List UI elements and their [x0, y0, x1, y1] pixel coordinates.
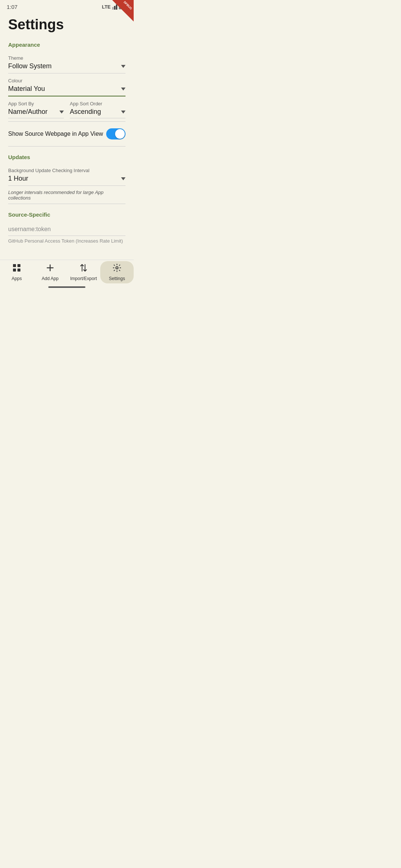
colour-chevron-icon	[121, 88, 125, 91]
theme-chevron-icon	[121, 65, 125, 68]
app-sort-order-label: App Sort Order	[70, 101, 125, 106]
settings-icon	[113, 263, 121, 274]
update-interval-row[interactable]: Background Update Checking Interval 1 Ho…	[8, 164, 125, 186]
dfbug-badge: DFBUG	[112, 0, 134, 22]
update-interval-chevron-icon	[121, 177, 125, 180]
app-sort-by-col[interactable]: App Sort By Name/Author	[8, 101, 64, 118]
add-app-icon	[46, 263, 55, 274]
nav-settings[interactable]: Settings	[100, 261, 134, 283]
app-sort-order-col[interactable]: App Sort Order Ascending	[70, 101, 125, 118]
svg-rect-8	[13, 269, 16, 272]
nav-import-export-label: Import/Export	[70, 276, 97, 281]
updates-section-header: Updates	[8, 154, 125, 160]
dfbug-text: DFBUG	[123, 0, 133, 10]
svg-rect-6	[13, 264, 16, 267]
colour-row[interactable]: Colour Material You	[8, 74, 125, 96]
nav-settings-label: Settings	[109, 276, 125, 281]
toggle-knob	[115, 129, 125, 139]
settings-content: Appearance Theme Follow System Colour Ma…	[0, 39, 134, 251]
colour-label: Colour	[8, 78, 125, 83]
status-bar: 1:07 LTE DFBUG	[0, 0, 134, 12]
show-source-toggle[interactable]	[106, 128, 125, 139]
theme-label: Theme	[8, 55, 125, 61]
nav-apps[interactable]: Apps	[0, 261, 33, 283]
nav-add-app[interactable]: Add App	[33, 261, 67, 283]
app-sort-order-chevron-icon	[121, 111, 125, 114]
sort-row: App Sort By Name/Author App Sort Order A…	[8, 97, 125, 122]
source-specific-header: Source-Specific	[8, 211, 125, 218]
update-interval-label: Background Update Checking Interval	[8, 168, 125, 173]
lte-indicator: LTE	[102, 4, 111, 10]
appearance-section-header: Appearance	[8, 42, 125, 48]
app-sort-by-value: Name/Author	[8, 108, 48, 116]
github-token-value: username:token	[8, 226, 125, 233]
show-source-label: Show Source Webpage in App View	[8, 131, 103, 137]
theme-value: Follow System	[8, 62, 52, 70]
nav-add-app-label: Add App	[42, 276, 58, 281]
svg-rect-9	[17, 269, 20, 272]
update-interval-value: 1 Hour	[8, 175, 28, 183]
bottom-nav: Apps Add App Import/Export	[0, 260, 134, 289]
app-sort-order-value: Ascending	[70, 108, 101, 116]
status-time: 1:07	[7, 4, 17, 10]
github-token-hint: GitHub Personal Access Token (Increases …	[8, 236, 125, 244]
app-sort-by-label: App Sort By	[8, 101, 64, 106]
update-hint-text: Longer intervals recommended for large A…	[8, 187, 125, 204]
colour-value: Material You	[8, 85, 45, 93]
app-sort-by-chevron-icon	[59, 111, 64, 114]
apps-icon	[12, 263, 21, 274]
theme-row[interactable]: Theme Follow System	[8, 52, 125, 73]
nav-import-export[interactable]: Import/Export	[67, 261, 100, 283]
svg-point-14	[116, 267, 118, 269]
show-source-row[interactable]: Show Source Webpage in App View	[8, 122, 125, 147]
import-export-icon	[79, 263, 88, 274]
github-token-row[interactable]: username:token	[8, 221, 125, 236]
home-indicator	[48, 286, 85, 288]
svg-rect-7	[17, 264, 20, 267]
nav-apps-label: Apps	[12, 276, 22, 281]
